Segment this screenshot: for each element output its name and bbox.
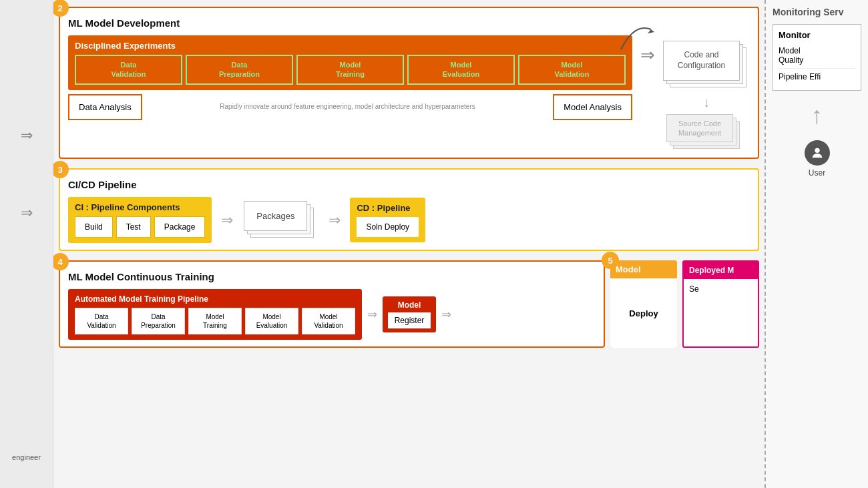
section-3-title: CI/CD Pipeline: [68, 179, 750, 190]
section-5-header: Model: [610, 260, 677, 278]
model-analysis-box: Model Analysis: [553, 94, 632, 120]
step-model-validation: ModelValidation: [518, 55, 626, 85]
monitoring-title: Monitoring Serv: [773, 7, 861, 17]
section-4-title: ML Model Continuous Training: [68, 271, 596, 282]
arrow-packages-to-cd: ⇒: [329, 212, 341, 229]
packages-stack: Packages: [242, 201, 319, 240]
middle-column: 2 ML Model Development Disciplined Exper…: [53, 0, 765, 488]
monitor-block-title: Monitor: [779, 30, 855, 40]
section-2-bottom: Data Analysis Rapidly innovate around fe…: [68, 94, 632, 120]
auto-step-data-validation: DataValidation: [75, 308, 128, 334]
auto-steps: DataValidation DataPreparation ModelTrai…: [75, 308, 355, 334]
model-register-title: Model: [388, 300, 431, 310]
section-2-left: Disciplined Experiments DataValidation D…: [68, 35, 632, 120]
arrow-auto-to-register: ⇒: [367, 307, 377, 322]
page: ⇒ ⇒ engineer 2 ML Model Development: [0, 0, 868, 488]
arrow-1: ⇒: [21, 127, 33, 144]
svg-marker-0: [648, 29, 654, 33]
section-3: 3 CI/CD Pipeline CI : Pipeline Component…: [59, 168, 759, 251]
deployed-body: Se: [684, 279, 758, 299]
curve-arrow-icon: [614, 16, 654, 56]
step-model-training: ModelTraining: [296, 55, 404, 85]
step-data-validation: DataValidation: [75, 55, 182, 85]
down-arrow-icon: ↓: [703, 95, 710, 110]
arrow-ci-to-packages: ⇒: [221, 212, 233, 229]
badge-2: 2: [53, 0, 69, 17]
step-data-preparation: DataPreparation: [186, 55, 293, 85]
monitor-item-quality: ModelQuality: [779, 43, 855, 68]
ci-step-package: Package: [154, 216, 206, 238]
badge-5: 5: [602, 252, 619, 269]
pkg-paper-front: Packages: [244, 201, 307, 231]
user-avatar: [805, 140, 830, 166]
ci-steps: Build Test Package: [75, 216, 205, 238]
deployed-header: Deployed M: [684, 262, 758, 279]
section-4-main: Automated Model Training Pipeline DataVa…: [68, 289, 596, 340]
monitor-item-pipeline: Pipeline Effi: [779, 68, 855, 85]
soln-deploy-step: Soln Deploy: [357, 217, 419, 237]
auto-step-data-preparation: DataPreparation: [132, 308, 185, 334]
right-column: Monitoring Serv Monitor ModelQuality Pip…: [765, 0, 868, 488]
src-paper-front: Source Code Management: [666, 114, 733, 142]
automated-title: Automated Model Training Pipeline: [75, 294, 355, 304]
auto-step-model-training: ModelTraining: [188, 308, 242, 334]
experiment-steps: DataValidation DataPreparation ModelTrai…: [75, 55, 626, 85]
data-analysis-box: Data Analysis: [68, 94, 142, 120]
auto-step-model-validation: ModelValidation: [302, 308, 355, 334]
bottom-section: 4 ML Model Continuous Training Automated…: [59, 260, 759, 348]
section-2: 2 ML Model Development Disciplined Exper…: [59, 7, 759, 159]
badge-4: 4: [53, 253, 69, 270]
arrow-register-to-deploy: ⇒: [441, 307, 451, 322]
section-5-body: Deploy: [610, 278, 677, 348]
monitor-block: Monitor ModelQuality Pipeline Effi: [773, 24, 861, 91]
experiments-title: Disciplined Experiments: [75, 41, 626, 51]
section-3-main: CI : Pipeline Components Build Test Pack…: [68, 197, 750, 243]
badge-3: 3: [53, 161, 69, 178]
annotation-text: Rapidly innovate around feature engineer…: [148, 102, 548, 111]
section-5: Model Deploy: [610, 260, 677, 348]
automated-pipeline-box: Automated Model Training Pipeline DataVa…: [68, 289, 362, 340]
user-area: User: [773, 140, 861, 178]
arrow-2: ⇒: [21, 204, 33, 222]
code-config-papers: Code and Configuration: [663, 41, 750, 91]
svg-point-1: [815, 148, 819, 153]
disciplined-experiments-box: Disciplined Experiments DataValidation D…: [68, 35, 632, 90]
ci-step-test: Test: [116, 216, 151, 238]
up-arrow-icon: ↑: [811, 101, 823, 130]
model-register-box: Model Register: [383, 296, 436, 332]
model-register-step: Register: [388, 312, 431, 328]
user-icon: [810, 146, 825, 160]
step-model-evaluation: ModelEvaluation: [407, 55, 515, 85]
ci-step-build: Build: [75, 216, 113, 238]
section-5-wrapper: 5 Model Deploy: [610, 260, 677, 348]
paper-front: Code and Configuration: [663, 41, 740, 81]
section-4: 4 ML Model Continuous Training Automated…: [59, 260, 605, 348]
cd-title: CD : Pipeline: [357, 203, 419, 213]
ci-title: CI : Pipeline Components: [75, 202, 205, 212]
left-column: ⇒ ⇒ engineer: [0, 0, 53, 488]
user-label: User: [809, 168, 825, 178]
engineer-label: engineer: [12, 453, 41, 461]
cd-pipeline-box: CD : Pipeline Soln Deploy: [350, 198, 425, 242]
deployed-box: Deployed M Se: [682, 260, 759, 348]
source-code-papers: Source Code Management: [666, 114, 746, 151]
auto-step-model-evaluation: ModelEvaluation: [245, 308, 298, 334]
ci-pipeline-box: CI : Pipeline Components Build Test Pack…: [68, 197, 212, 243]
